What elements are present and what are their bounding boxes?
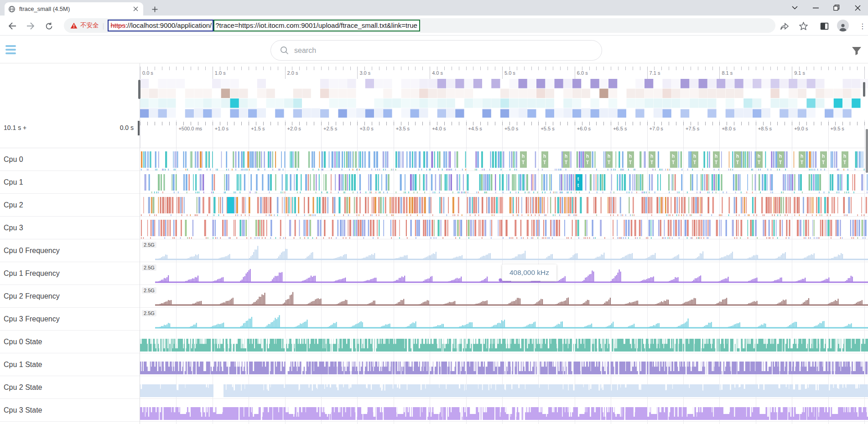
viewport-ruler: 10.1 s + 0.0 s +500.0 ms+1.0 s+1.5 s+2.0… bbox=[0, 118, 868, 148]
security-warning-icon bbox=[70, 22, 78, 29]
browser-menu-icon[interactable]: ⋮ bbox=[858, 20, 867, 32]
subruler-labels: +500.0 ms+1.0 s+1.5 s+2.0 s+2.5 s+3.0 s+… bbox=[140, 126, 868, 133]
search-input[interactable] bbox=[294, 47, 593, 55]
track-label: Cpu 2 bbox=[4, 194, 23, 216]
tab-search-icon[interactable] bbox=[784, 0, 805, 16]
reload-icon[interactable] bbox=[43, 20, 55, 32]
bookmark-star-icon[interactable] bbox=[798, 21, 809, 31]
subruler-label: +6.5 s bbox=[613, 126, 627, 131]
restore-icon[interactable] bbox=[826, 0, 847, 16]
ruler-label: 9.1 s bbox=[794, 70, 805, 76]
overview-ruler: 0.0 s1.0 s2.0 s3.0 s4.0 s5.0 s6.0 s7.1 s… bbox=[0, 63, 868, 79]
track-label: Cpu 1 bbox=[4, 171, 23, 193]
subruler-label: +2.0 s bbox=[287, 126, 301, 131]
track-label: Cpu 0 bbox=[4, 148, 23, 171]
ruler-label: 5.0 s bbox=[504, 70, 515, 76]
window-controls bbox=[784, 0, 868, 16]
subruler-label: +8.0 s bbox=[722, 126, 735, 131]
subruler-label: +500.0 ms bbox=[178, 126, 202, 131]
ruler-label: 7.1 s bbox=[650, 70, 660, 76]
subruler-label: +9.5 s bbox=[831, 126, 844, 131]
subruler-label: +3.5 s bbox=[396, 126, 410, 131]
track-label: Cpu 3 bbox=[4, 217, 23, 239]
browser-window: ftrace_small (4.5M) bbox=[0, 0, 868, 424]
close-icon[interactable] bbox=[847, 0, 868, 16]
forward-icon[interactable] bbox=[25, 20, 36, 32]
visible-range-label: 10.1 s + bbox=[4, 124, 26, 131]
subruler-label: +3.0 s bbox=[359, 126, 373, 131]
search-icon bbox=[280, 46, 289, 55]
tab-strip: ftrace_small (4.5M) bbox=[0, 0, 868, 16]
search-box[interactable] bbox=[270, 40, 602, 61]
track-label: Cpu 2 Frequency bbox=[4, 285, 60, 307]
back-icon[interactable] bbox=[6, 20, 18, 32]
ruler-label: 1.0 s bbox=[215, 70, 226, 76]
omnibox-separator: | bbox=[103, 22, 104, 30]
ruler-label: 2.0 s bbox=[287, 70, 298, 76]
subruler-label: +7.0 s bbox=[650, 126, 663, 131]
tab-title: ftrace_small (4.5M) bbox=[19, 5, 131, 12]
subruler-label: +6.0 s bbox=[577, 126, 591, 131]
ruler-label: 4.0 s bbox=[432, 70, 443, 76]
subruler-label: +4.0 s bbox=[432, 126, 446, 131]
subruler-label: +5.0 s bbox=[504, 126, 518, 131]
track-label: Cpu 0 Frequency bbox=[4, 239, 60, 262]
filter-funnel-icon[interactable] bbox=[852, 47, 862, 57]
security-warning-label: 不安全 bbox=[80, 21, 99, 30]
frequency-tooltip: 408,000 kHz bbox=[502, 264, 556, 281]
track-label: Cpu 3 Frequency bbox=[4, 308, 60, 330]
subruler-label: +2.5 s bbox=[323, 126, 337, 131]
subruler-label: +8.5 s bbox=[758, 126, 772, 131]
url-host-path: ://localhost:9000/application/ bbox=[125, 21, 212, 29]
share-icon[interactable] bbox=[779, 21, 790, 31]
ruler-label: 8.1 s bbox=[722, 70, 733, 76]
subruler-label: +9.0 s bbox=[794, 126, 808, 131]
subruler-label: +1.5 s bbox=[251, 126, 265, 131]
origin-marker[interactable] bbox=[138, 121, 140, 135]
minimize-icon[interactable] bbox=[805, 0, 826, 16]
profile-avatar[interactable] bbox=[837, 20, 849, 31]
ruler-label: 6.0 s bbox=[577, 70, 588, 76]
track-label: Cpu 0 State bbox=[4, 331, 42, 353]
url-query-highlight: ?trace=https://iot.itocm.com:9001/upload… bbox=[213, 20, 420, 31]
track-label: Cpu 1 State bbox=[4, 353, 42, 376]
track-label: Cpu 1 Frequency bbox=[4, 262, 60, 284]
track-label: Cpu 2 State bbox=[4, 376, 42, 398]
timeline-canvas[interactable] bbox=[140, 148, 868, 424]
address-bar[interactable]: 不安全 | https://localhost:9000/application… bbox=[64, 18, 775, 33]
new-tab-button[interactable] bbox=[149, 3, 161, 15]
track-label: Cpu 3 State bbox=[4, 399, 42, 421]
vertical-scrollbar-thumb[interactable] bbox=[866, 129, 868, 173]
ruler-label: 0.0 s bbox=[142, 70, 153, 76]
range-start-label: 0.0 s bbox=[120, 124, 134, 131]
ruler-tick-marks bbox=[140, 67, 868, 70]
overview-minimap[interactable] bbox=[140, 79, 868, 118]
ruler-labels: 0.0 s1.0 s2.0 s3.0 s4.0 s5.0 s6.0 s7.1 s… bbox=[140, 70, 868, 78]
subruler-label: +5.5 s bbox=[541, 126, 554, 131]
browser-toolbar: 不安全 | https://localhost:9000/application… bbox=[0, 16, 868, 36]
track-list: Cpu 0Cpu 1Cpu 2Cpu 3Cpu 0 Frequency2.5GC… bbox=[0, 148, 868, 424]
minimap-right-handle[interactable] bbox=[863, 82, 865, 97]
globe-icon bbox=[8, 5, 16, 13]
url-scheme: https bbox=[110, 21, 125, 29]
minimap-left-handle[interactable] bbox=[138, 80, 140, 99]
tab-close-icon[interactable] bbox=[131, 5, 140, 13]
subruler-label: +1.0 s bbox=[215, 126, 229, 131]
panel-divider bbox=[140, 63, 140, 424]
subruler-label: +4.5 s bbox=[468, 126, 482, 131]
browser-tab[interactable]: ftrace_small (4.5M) bbox=[5, 2, 143, 16]
side-panel-icon[interactable] bbox=[819, 21, 830, 31]
hamburger-menu-icon[interactable] bbox=[5, 45, 16, 56]
url-base-highlight: https://localhost:9000/application/ bbox=[108, 20, 213, 31]
subruler-label: +7.5 s bbox=[686, 126, 699, 131]
ruler-label: 3.0 s bbox=[359, 70, 370, 76]
subruler-tick-marks bbox=[140, 122, 868, 125]
